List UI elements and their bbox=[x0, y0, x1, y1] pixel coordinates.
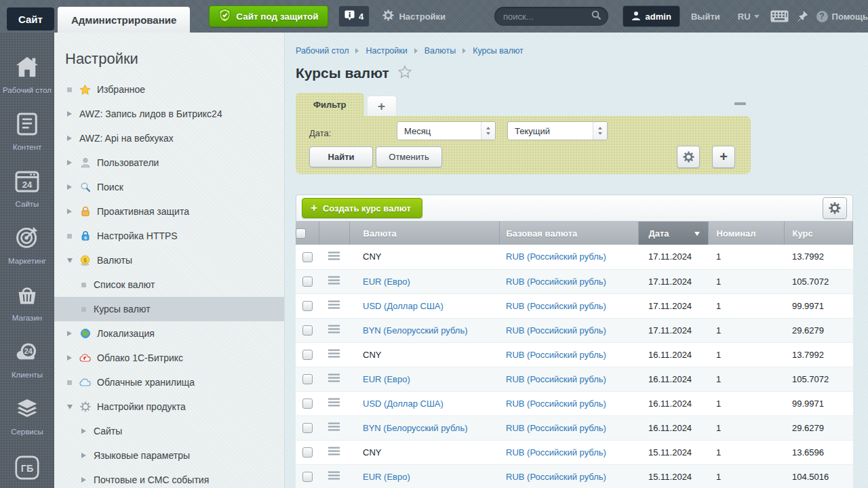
base-currency-link[interactable]: RUB (Российский рубль) bbox=[506, 399, 606, 409]
notifications-button[interactable]: 4 bbox=[338, 5, 370, 27]
base-currency-link[interactable]: RUB (Российский рубль) bbox=[506, 301, 606, 311]
menu-item[interactable]: Локализация bbox=[54, 321, 284, 346]
language-selector[interactable]: RU bbox=[738, 12, 760, 22]
sidebar-item[interactable]: 24 Сайты bbox=[3, 167, 52, 209]
row-actions-menu-icon[interactable] bbox=[328, 350, 340, 360]
user-button[interactable]: admin bbox=[623, 5, 680, 27]
row-actions-menu-icon[interactable] bbox=[328, 423, 340, 433]
menu-item[interactable]: Поиск bbox=[54, 175, 284, 199]
menu-item[interactable]: Языковые параметры bbox=[54, 443, 284, 468]
select-all-checkbox[interactable] bbox=[296, 228, 306, 239]
menu-item[interactable]: Облачные хранилища bbox=[54, 370, 284, 394]
menu-item[interactable]: Проактивная защита bbox=[54, 199, 284, 224]
menu-item[interactable]: Курсы валют bbox=[54, 297, 284, 321]
row-checkbox[interactable] bbox=[302, 447, 313, 458]
row-checkbox[interactable] bbox=[302, 423, 313, 433]
pin-icon[interactable] bbox=[797, 10, 808, 22]
help-button[interactable]: ? Помощь bbox=[816, 11, 868, 22]
menu-item[interactable]: Почтовые и СМС события bbox=[54, 468, 284, 488]
row-actions-menu-icon[interactable] bbox=[328, 277, 340, 287]
currency-link[interactable]: USD (Доллар США) bbox=[363, 399, 443, 409]
favorite-star-icon[interactable] bbox=[398, 65, 412, 81]
row-checkbox[interactable] bbox=[302, 325, 313, 336]
row-checkbox[interactable] bbox=[302, 252, 313, 262]
currency-link[interactable]: BYN (Белорусский рубль) bbox=[363, 325, 468, 336]
breadcrumb-link[interactable]: Валюты bbox=[425, 46, 456, 56]
header-nominal[interactable]: Номинал bbox=[708, 222, 784, 245]
topbar-settings-button[interactable]: Настройки bbox=[382, 9, 446, 23]
row-actions-menu-icon[interactable] bbox=[328, 374, 340, 384]
menu-item[interactable]: Список валют bbox=[54, 272, 284, 297]
row-actions-menu-icon[interactable] bbox=[328, 252, 340, 262]
row-checkbox[interactable] bbox=[302, 277, 313, 287]
row-checkbox[interactable] bbox=[302, 350, 313, 360]
menu-item[interactable]: $ Валюты bbox=[54, 248, 284, 272]
menu-item[interactable]: Сайты bbox=[54, 419, 284, 443]
row-actions-menu-icon[interactable] bbox=[328, 472, 340, 482]
row-checkbox[interactable] bbox=[302, 472, 313, 482]
filter-settings-button[interactable] bbox=[677, 146, 700, 168]
breadcrumb-link[interactable]: Настройки bbox=[366, 46, 407, 56]
header-date[interactable]: Дата bbox=[638, 222, 708, 245]
currency-link[interactable]: EUR (Евро) bbox=[363, 277, 410, 287]
menu-item[interactable]: Избранное bbox=[54, 77, 284, 102]
collapse-filter-button[interactable] bbox=[734, 102, 746, 105]
currency-link[interactable]: CNY bbox=[363, 447, 381, 458]
currency-link[interactable]: EUR (Евро) bbox=[363, 472, 410, 482]
row-checkbox[interactable] bbox=[302, 374, 313, 384]
cancel-button[interactable]: Отменить bbox=[376, 146, 442, 167]
base-currency-link[interactable]: RUB (Российский рубль) bbox=[506, 472, 606, 482]
breadcrumb-link[interactable]: Курсы валют bbox=[473, 46, 524, 56]
row-actions-menu-icon[interactable] bbox=[328, 447, 340, 458]
sidebar-item[interactable]: Контент bbox=[3, 110, 52, 152]
period-select[interactable]: Месяц bbox=[397, 121, 496, 140]
base-currency-link[interactable]: RUB (Российский рубль) bbox=[506, 350, 606, 360]
find-button[interactable]: Найти bbox=[309, 146, 373, 167]
value-select[interactable]: Текущий bbox=[507, 121, 608, 140]
header-rate[interactable]: Курс bbox=[784, 222, 853, 245]
search-input[interactable]: поиск... bbox=[494, 7, 608, 26]
add-filter-tab-button[interactable]: + bbox=[367, 96, 397, 116]
base-currency-link[interactable]: RUB (Российский рубль) bbox=[506, 277, 606, 287]
base-currency-link[interactable]: RUB (Российский рубль) bbox=[506, 447, 606, 458]
menu-item[interactable]: AWZ: Api на вебхуках bbox=[54, 126, 284, 150]
base-currency-link[interactable]: RUB (Российский рубль) bbox=[506, 251, 606, 262]
row-checkbox[interactable] bbox=[302, 301, 313, 311]
row-actions-menu-icon[interactable] bbox=[328, 301, 340, 311]
keyboard-button[interactable] bbox=[770, 10, 789, 22]
currency-link[interactable]: EUR (Евро) bbox=[363, 374, 410, 384]
header-currency[interactable]: Валюта bbox=[349, 222, 499, 245]
row-actions-menu-icon[interactable] bbox=[328, 325, 340, 336]
sidebar-item[interactable]: Маркетинг bbox=[3, 224, 52, 266]
tab-site[interactable]: Сайт bbox=[7, 7, 54, 30]
row-checkbox[interactable] bbox=[302, 399, 313, 409]
grid-settings-button[interactable] bbox=[823, 197, 847, 219]
sidebar-item[interactable]: 24 Клиенты bbox=[3, 338, 52, 380]
currency-link[interactable]: BYN (Белорусский рубль) bbox=[363, 423, 468, 433]
menu-item[interactable]: Настройки продукта bbox=[54, 394, 284, 419]
base-currency-link[interactable]: RUB (Российский рубль) bbox=[506, 374, 606, 384]
base-currency-link[interactable]: RUB (Российский рубль) bbox=[506, 423, 606, 433]
currency-link[interactable]: CNY bbox=[363, 350, 381, 360]
sidebar-item[interactable]: Сервисы bbox=[3, 394, 52, 436]
menu-item[interactable]: Облако 1С-Битрикс bbox=[54, 346, 284, 370]
currency-link[interactable]: USD (Доллар США) bbox=[363, 301, 443, 311]
row-actions-menu-icon[interactable] bbox=[328, 399, 340, 409]
sidebar-item[interactable]: Рабочий стол bbox=[3, 53, 52, 95]
add-filter-field-button[interactable]: + bbox=[712, 146, 735, 168]
logout-link[interactable]: Выйти bbox=[691, 12, 720, 22]
sidebar-item[interactable]: Магазин bbox=[3, 281, 52, 323]
menu-item[interactable]: s Настройка HTTPS bbox=[54, 224, 284, 248]
base-currency-link[interactable]: RUB (Российский рубль) bbox=[506, 325, 606, 336]
search-icon[interactable] bbox=[591, 10, 601, 23]
header-base-currency[interactable]: Базовая валюта bbox=[499, 222, 638, 245]
currency-link[interactable]: CNY bbox=[363, 251, 381, 262]
menu-item[interactable]: Пользователи bbox=[54, 150, 284, 175]
menu-item[interactable]: AWZ: Запись лидов в Битрикс24 bbox=[54, 102, 284, 126]
tab-admin[interactable]: Администрирование bbox=[58, 7, 190, 33]
site-protected-button[interactable]: Сайт под защитой bbox=[209, 5, 328, 27]
bitrix-logo-icon[interactable]: ГБ bbox=[15, 455, 39, 483]
create-rate-button[interactable]: + Создать курс валют bbox=[302, 198, 422, 218]
filter-tab[interactable]: Фильтр bbox=[296, 93, 364, 116]
breadcrumb-link[interactable]: Рабочий стол bbox=[296, 46, 349, 56]
